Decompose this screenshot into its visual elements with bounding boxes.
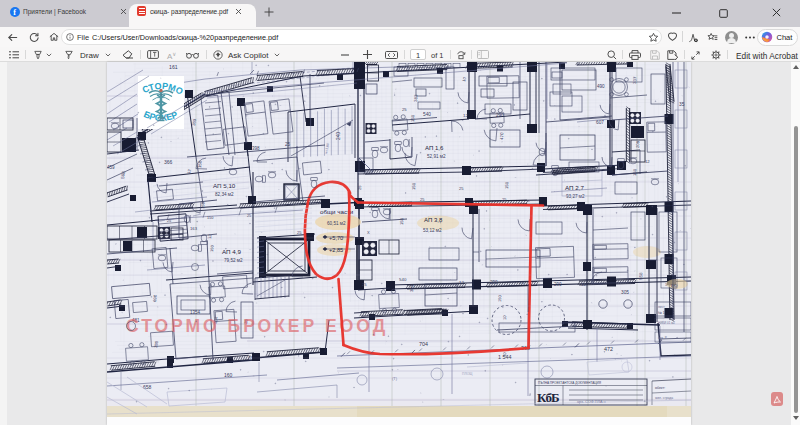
- svg-text:25: 25: [420, 197, 425, 202]
- svg-text:25: 25: [519, 280, 524, 285]
- svg-text:12: 12: [463, 113, 468, 118]
- svg-text:АП 1,6: АП 1,6: [425, 145, 444, 151]
- svg-text:490: 490: [597, 84, 605, 89]
- svg-text:обект:: обект:: [655, 386, 665, 390]
- svg-text:82,34 м2: 82,34 м2: [215, 192, 234, 197]
- svg-text:607: 607: [596, 120, 604, 125]
- svg-text:305: 305: [621, 290, 629, 295]
- svg-text:12: 12: [459, 280, 464, 285]
- svg-text:НИКИ 01 м2: НИКИ 01 м2: [658, 321, 675, 325]
- svg-text:160: 160: [224, 372, 233, 378]
- svg-text:93,27 м2: 93,27 м2: [566, 194, 585, 199]
- svg-text:АП 4,9: АП 4,9: [222, 248, 241, 255]
- svg-text:+2,85: +2,85: [329, 247, 343, 253]
- svg-text:150: 150: [209, 244, 215, 252]
- svg-text:290: 290: [490, 280, 498, 285]
- svg-text:12: 12: [645, 159, 650, 164]
- svg-text:12: 12: [581, 282, 586, 287]
- svg-text:398: 398: [252, 146, 260, 151]
- svg-text:163: 163: [190, 226, 198, 231]
- svg-text:150: 150: [410, 114, 415, 122]
- svg-text:150: 150: [497, 294, 502, 302]
- svg-text:540: 540: [423, 112, 431, 117]
- svg-text:жил. сграда: жил. сграда: [655, 396, 673, 400]
- svg-text:АП 3,8: АП 3,8: [424, 217, 443, 223]
- svg-text:52,91 м2: 52,91 м2: [427, 154, 446, 159]
- svg-text:ПЛОЩ: ПЛОЩ: [462, 372, 473, 376]
- svg-text:383: 383: [409, 284, 414, 292]
- svg-text:150: 150: [504, 181, 509, 189]
- svg-text:лист: лист: [658, 305, 665, 309]
- svg-text:540: 540: [399, 277, 407, 282]
- svg-text:(Т): (Т): [392, 376, 398, 381]
- svg-text:60,51 м2: 60,51 м2: [327, 221, 346, 226]
- svg-text:366: 366: [164, 159, 173, 165]
- svg-text:Х: Х: [367, 230, 370, 235]
- svg-text:470: 470: [499, 132, 504, 140]
- svg-text:СТОРМО БРОКЕР ЕООД: СТОРМО БРОКЕР ЕООД: [126, 316, 388, 336]
- svg-text:472: 472: [604, 346, 613, 352]
- svg-text:150: 150: [411, 182, 416, 190]
- svg-text:161: 161: [169, 64, 178, 70]
- svg-text:209: 209: [635, 140, 640, 148]
- svg-text:150: 150: [197, 160, 203, 168]
- svg-text:25: 25: [297, 230, 302, 235]
- svg-text:704: 704: [419, 341, 428, 347]
- svg-text:150: 150: [399, 217, 404, 225]
- svg-text:383: 383: [413, 94, 418, 102]
- svg-text:658: 658: [143, 384, 152, 390]
- svg-text:690: 690: [152, 294, 158, 302]
- svg-text:1 544: 1 544: [498, 354, 512, 360]
- svg-text:25: 25: [402, 107, 407, 112]
- svg-text:150: 150: [632, 168, 637, 176]
- svg-text:459: 459: [107, 165, 115, 170]
- svg-text:25: 25: [459, 186, 464, 191]
- svg-text:79,52 м2: 79,52 м2: [224, 258, 243, 263]
- svg-text:арх. Р: арх. Р: [658, 336, 667, 340]
- svg-text:1354: 1354: [190, 310, 201, 315]
- svg-text:35: 35: [679, 102, 685, 107]
- svg-text:150: 150: [207, 216, 213, 220]
- svg-text:25: 25: [285, 142, 291, 147]
- svg-text:№ 1: № 1: [658, 311, 665, 315]
- svg-text:ПЪЛНА ПРОЕКТАНТСКА ДОКУМЕНТАЦИ: ПЪЛНА ПРОЕКТАНТСКА ДОКУМЕНТАЦИЯ: [538, 381, 601, 385]
- svg-text:558: 558: [638, 272, 643, 280]
- svg-text:53,12 м2: 53,12 м2: [423, 228, 442, 233]
- svg-text:25: 25: [502, 197, 507, 202]
- svg-text:КбБ: КбБ: [537, 390, 559, 405]
- svg-text:ЕЮ: ЕЮ: [671, 284, 678, 288]
- svg-text:240: 240: [336, 132, 341, 140]
- svg-text:25: 25: [362, 282, 367, 287]
- svg-text:290: 290: [554, 282, 562, 287]
